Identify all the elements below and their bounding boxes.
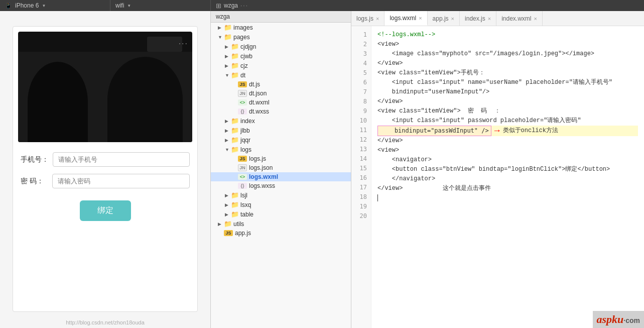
line-num-3: 3 [351,49,371,59]
file-icon-logs.json: JN [238,164,247,171]
tab-close-app.js[interactable]: × [451,16,454,22]
folder-arrow-jqqr[interactable]: ▶ [225,138,230,143]
wifi-selector[interactable]: wifi ▼ [110,0,211,11]
tree-item-images[interactable]: ▶📁images [211,23,351,32]
tree-item-jqqr[interactable]: ▶📁jqqr [211,135,351,145]
editor-panel: logs.js×logs.wxml×app.js×index.js×index.… [351,11,644,328]
tree-item-label-logs.json: logs.json [249,164,273,171]
code-line-8: </view> [377,97,638,106]
folder-arrow-cjwb[interactable]: ▶ [225,54,230,59]
folder-icon-dt: 📁 [231,71,239,79]
phone-label: 手机号： [21,155,49,164]
tree-item-label-lsjl: lsjl [240,192,247,199]
code-line-13: <view> [377,146,638,155]
tree-item-dt.js[interactable]: JSdt.js [211,80,351,89]
folder-icon-index: 📁 [231,117,239,125]
tree-item-cjdjgn[interactable]: ▶📁cjdjgn [211,42,351,51]
folder-arrow-dt[interactable]: ▼ [225,73,230,78]
code-line-20 [377,193,638,203]
editor-tabs: logs.js×logs.wxml×app.js×index.js×index.… [351,11,644,26]
tree-item-table[interactable]: ▶📁table [211,209,351,219]
tab-logs.js[interactable]: logs.js× [351,11,384,26]
file-icon-logs.wxml: <> [238,174,247,180]
folder-icon-table: 📁 [231,210,239,218]
folder-arrow-images[interactable]: ▶ [218,25,223,30]
tree-item-logs.json[interactable]: JNlogs.json [211,163,351,172]
file-icon-logs.wxss: {} [238,183,247,189]
device-dropdown-arrow[interactable]: ▼ [42,4,46,8]
folder-arrow-logs[interactable]: ▼ [225,147,230,152]
code-line-3: <image class="myphoto" src="/images/logi… [377,49,638,59]
folder-arrow-utils[interactable]: ▶ [218,222,223,227]
code-line-7: bindinput="userNameInput"/> [377,87,638,97]
tree-item-dt.wxss[interactable]: {}dt.wxss [211,107,351,116]
tree-item-cjwb[interactable]: ▶📁cjwb [211,51,351,61]
aspku-watermark: aspku·com [593,311,644,328]
code-line-1: <!--logs.wxml--> [377,30,638,40]
tree-item-logs.js[interactable]: JSlogs.js [211,154,351,163]
line-num-19: 19 [351,202,371,211]
folder-arrow-lsxq[interactable]: ▶ [225,202,230,207]
code-content[interactable]: <!--logs.wxml--><view> <image class="myp… [371,26,644,328]
tree-item-label-dt.wxss: dt.wxss [249,108,269,115]
folder-arrow-table[interactable]: ▶ [225,212,230,217]
annotation-text-17: 这个就是点击事件 [443,184,491,193]
file-icon-dt.wxml: <> [238,99,247,105]
editor-more-icon[interactable]: ··· [240,2,248,9]
tree-item-label-cjwb: cjwb [240,53,252,60]
wifi-dropdown-arrow[interactable]: ▼ [127,4,131,8]
top-bar: 📱 iPhone 6 ▼ wifi ▼ ⊞ wzga ··· [0,0,644,11]
line-num-16: 16 [351,173,371,183]
highlight-code-line11: bindinput="passWdInput" /> [377,126,491,136]
line-num-7: 7 [351,87,371,97]
tree-item-jlbb[interactable]: ▶📁jlbb [211,126,351,135]
device-label: iPhone 6 [15,2,39,9]
tab-close-logs.wxml[interactable]: × [419,15,422,21]
folder-arrow-pages[interactable]: ▼ [218,35,223,40]
bind-button[interactable]: 绑定 [80,200,131,221]
tree-item-logs[interactable]: ▼📁logs [211,145,351,154]
tree-header: wzga [211,11,351,23]
code-area[interactable]: 1234567891011121314151617181920 <!--logs… [351,26,644,328]
phone-image-area: ··· [18,32,192,142]
tree-item-label-dt.json: dt.json [249,90,267,97]
tree-item-label-utils: utils [233,221,244,228]
tree-item-dt.wxml[interactable]: <>dt.wxml [211,98,351,107]
tree-item-utils[interactable]: ▶📁utils [211,219,351,229]
tab-index.js[interactable]: index.js× [460,11,496,26]
password-label: 密 码： [21,177,48,186]
code-line-14: <navigator> [377,155,638,165]
phone-input[interactable] [53,152,190,167]
folder-arrow-lsjl[interactable]: ▶ [225,193,230,198]
tab-logs.wxml[interactable]: logs.wxml× [384,11,427,26]
tree-item-app.js[interactable]: JSapp.js [211,229,351,238]
tree-item-logs.wxss[interactable]: {}logs.wxss [211,181,351,190]
tree-item-label-app.js: app.js [235,230,251,237]
folder-arrow-index[interactable]: ▶ [225,119,230,124]
tree-item-logs.wxml[interactable]: <>logs.wxml [211,172,351,181]
tree-item-cjz[interactable]: ▶📁cjz [211,61,351,70]
tree-item-lsxq[interactable]: ▶📁lsxq [211,200,351,209]
device-selector[interactable]: 📱 iPhone 6 ▼ [0,0,110,11]
tree-item-dt[interactable]: ▼📁dt [211,70,351,80]
tree-item-dt.json[interactable]: JNdt.json [211,89,351,98]
folder-arrow-cjdjgn[interactable]: ▶ [225,44,230,49]
line-num-20: 20 [351,211,371,221]
folder-arrow-jlbb[interactable]: ▶ [225,128,230,133]
folder-icon-logs: 📁 [231,146,239,153]
tab-close-index.wxml[interactable]: × [534,16,537,22]
password-input[interactable] [52,174,190,188]
tree-item-label-logs.wxss: logs.wxss [249,182,275,189]
folder-arrow-cjz[interactable]: ▶ [225,63,230,68]
tab-close-logs.js[interactable]: × [376,16,379,22]
code-line-17: </view>这个就是点击事件 [377,184,638,193]
dots-menu[interactable]: ··· [179,39,188,48]
tree-item-lsjl[interactable]: ▶📁lsjl [211,190,351,200]
tree-item-index[interactable]: ▶📁index [211,116,351,126]
phone-screen: ··· 手机号： 密 码： 绑定 [13,26,198,312]
tab-close-index.js[interactable]: × [488,16,491,22]
tree-item-pages[interactable]: ▼📁pages [211,32,351,42]
tab-index.wxml[interactable]: index.wxml× [496,11,543,26]
file-icon-app.js: JS [224,230,233,236]
tab-app.js[interactable]: app.js× [428,11,460,26]
